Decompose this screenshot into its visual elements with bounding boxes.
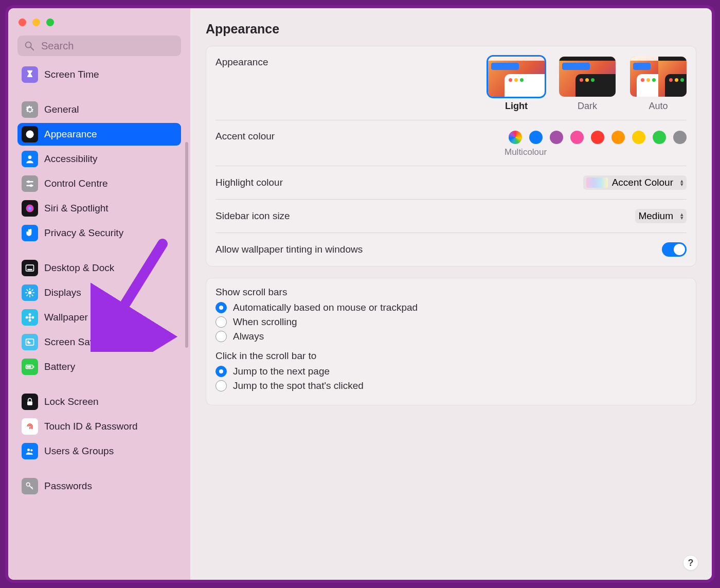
sidebar-item-label: General [44,104,79,115]
svg-line-1 [31,47,34,50]
sidebar-item-displays[interactable]: Displays [17,281,181,304]
search-field-wrap [17,35,181,56]
sidebar-item-passwords[interactable]: Passwords [17,475,181,497]
sidebar-item-control-centre[interactable]: Control Centre [17,172,181,195]
radio-icon [215,380,227,391]
appearance-mode-row: Appearance LightDarkAuto [215,46,687,120]
sidebar-icon-size-select[interactable]: Medium ▴▾ [635,209,687,223]
radio-icon [215,302,227,313]
wallpaper-tinting-toggle[interactable] [662,242,687,257]
highlight-colour-select[interactable]: Accent Colour ▴▾ [583,175,687,190]
svg-point-22 [29,319,31,322]
sidebar-item-label: Appearance [44,129,97,140]
accent-colour-row: Accent colour Multicolour [215,120,687,166]
svg-point-20 [29,316,31,319]
fingerprint-icon [22,418,38,435]
help-button[interactable]: ? [683,555,698,571]
sidebar-item-label: Wallpaper [44,312,88,323]
appearance-panel: Appearance LightDarkAuto Accent colour M… [206,46,696,266]
click-scrollbar-option-0[interactable]: Jump to the next page [215,366,687,377]
highlight-swatch-icon [586,177,608,188]
chevron-updown-icon: ▴▾ [680,212,683,220]
users-icon [22,443,38,459]
accent-swatch-3[interactable] [570,131,584,144]
svg-point-0 [26,42,31,48]
show-scrollbars-label: Show scroll bars [215,287,687,298]
sidebar-item-desktop-dock[interactable]: Desktop & Dock [17,257,181,279]
sidebar-scrollbar[interactable] [185,142,188,348]
appearance-mode-light[interactable]: Light [488,57,545,112]
appearance-thumb-dark [559,57,616,97]
content-area: Appearance Appearance LightDarkAuto Acce… [190,8,712,580]
accent-swatch-6[interactable] [632,131,645,144]
svg-point-32 [26,483,30,486]
accent-swatch-1[interactable] [529,131,543,144]
svg-point-6 [27,181,30,183]
accent-swatch-4[interactable] [591,131,604,144]
click-scrollbar-option-label: Jump to the spot that's clicked [233,380,364,391]
click-scrollbar-options: Jump to the next pageJump to the spot th… [215,366,687,391]
show-scrollbars-option-label: Always [233,331,264,342]
sidebar-icon-size-value: Medium [638,210,673,222]
accent-swatch-8[interactable] [673,131,687,144]
svg-rect-25 [26,339,34,345]
toggle-knob [674,244,685,255]
sidebar-item-users-groups[interactable]: Users & Groups [17,440,181,462]
sun-icon [22,284,38,301]
sidebar-item-battery[interactable]: Battery [17,355,181,378]
svg-point-31 [30,449,32,451]
accent-colour-label: Accent colour [215,131,275,142]
page-title: Appearance [206,22,696,37]
appearance-mode-dark[interactable]: Dark [559,57,616,112]
accent-swatch-0[interactable] [509,131,522,144]
help-label: ? [688,558,694,568]
sidebar-item-general[interactable]: General [17,98,181,121]
sidebar-item-privacy-security[interactable]: Privacy & Security [17,222,181,244]
zoom-window-button[interactable] [46,19,54,26]
sidebar-item-touch-id-password[interactable]: Touch ID & Password [17,415,181,438]
appearance-mode-label: Light [505,101,528,112]
sidebar-item-label: Battery [44,361,75,372]
show-scrollbars-option-1[interactable]: When scrolling [215,316,687,328]
sidebar-item-label: Passwords [44,480,92,492]
wallpaper-tinting-label: Allow wallpaper tinting in windows [215,244,363,255]
wallpaper-tinting-row: Allow wallpaper tinting in windows [215,233,687,266]
svg-rect-27 [33,366,34,367]
close-window-button[interactable] [19,19,26,26]
sidebar-item-wallpaper[interactable]: Wallpaper [17,306,181,329]
lock-icon [22,394,38,410]
svg-line-18 [27,295,28,296]
sidebar-item-screen-saver[interactable]: Screen Saver [17,331,181,353]
sidebar-item-appearance[interactable]: Appearance [17,123,181,146]
sidebar-item-siri-spotlight[interactable]: Siri & Spotlight [17,197,181,220]
sidebar-item-label: Screen Saver [44,336,103,348]
accent-swatch-5[interactable] [611,131,625,144]
sidebar-item-lock-screen[interactable]: Lock Screen [17,390,181,413]
search-input[interactable] [17,35,181,56]
sidebar-item-label: Users & Groups [44,446,114,457]
moon-icon [22,334,38,350]
accent-swatch-7[interactable] [653,131,666,144]
sidebar-item-screen-time[interactable]: Screen Time [17,63,181,86]
accent-swatch-row [509,131,687,144]
title-bar: Appearance [206,8,696,46]
appearance-mode-label: Dark [578,101,597,112]
appearance-mode-auto[interactable]: Auto [630,57,687,112]
show-scrollbars-option-2[interactable]: Always [215,331,687,342]
highlight-colour-label: Highlight colour [215,177,283,188]
sidebar-item-label: Screen Time [44,69,99,80]
minimize-window-button[interactable] [32,19,40,26]
accent-swatch-2[interactable] [550,131,563,144]
show-scrollbars-option-0[interactable]: Automatically based on mouse or trackpad [215,302,687,313]
appearance-mode-options: LightDarkAuto [488,57,687,112]
click-scrollbar-option-1[interactable]: Jump to the spot that's clicked [215,380,687,391]
svg-point-21 [29,313,31,316]
hourglass-icon [22,66,38,83]
sidebar-item-accessibility[interactable]: Accessibility [17,148,181,170]
svg-line-17 [32,295,33,296]
sidebar-nav[interactable]: Screen TimeGeneralAppearanceAccessibilit… [8,62,190,580]
svg-line-19 [32,290,33,291]
show-scrollbars-options: Automatically based on mouse or trackpad… [215,302,687,342]
svg-rect-10 [27,269,32,271]
chevron-updown-icon: ▴▾ [680,179,683,186]
